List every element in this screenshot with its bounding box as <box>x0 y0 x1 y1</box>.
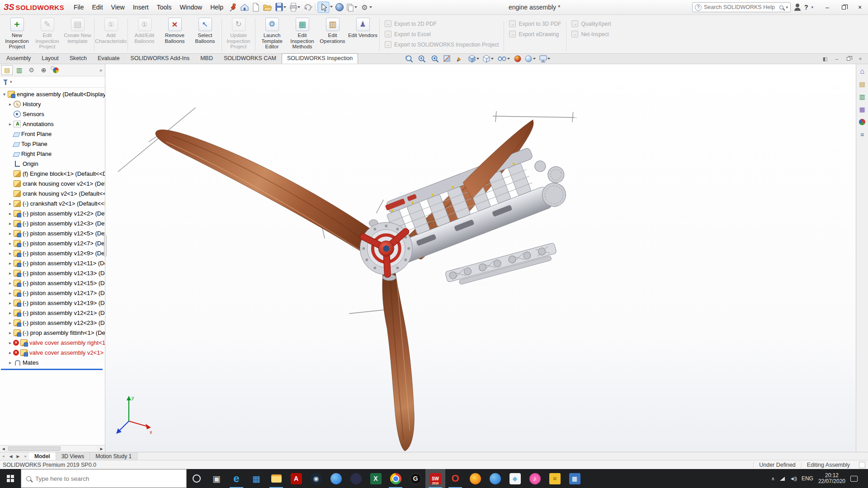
custom-properties-icon[interactable] <box>858 130 867 139</box>
undo-button[interactable] <box>304 5 313 10</box>
tree-item[interactable]: × (-) piston assembly v12<11> (Def <box>0 258 105 268</box>
taskbar-app-icon[interactable] <box>485 469 505 488</box>
pin-icon[interactable] <box>230 4 236 11</box>
expand-arrow-icon[interactable] <box>7 360 13 365</box>
apply-scene-icon[interactable] <box>525 56 536 62</box>
scroll-left-icon[interactable]: ◀ <box>0 446 7 452</box>
taskbar-app-icon[interactable] <box>445 469 465 488</box>
ribbon-button[interactable]: Select Balloons <box>190 16 220 53</box>
taskbar-app-icon[interactable] <box>187 469 207 488</box>
tree-item[interactable]: × (-) piston assembly v12<7> (Defa <box>0 238 105 248</box>
select-cursor-button[interactable] <box>318 2 333 13</box>
previous-view-icon[interactable] <box>432 56 439 62</box>
ribbon-button[interactable]: Update Inspection Project <box>223 16 254 53</box>
tab-configurationmanager[interactable] <box>26 65 37 75</box>
tree-item[interactable]: × (-) piston assembly v12<13> (Def <box>0 268 105 278</box>
taskbar-app-icon[interactable] <box>366 469 386 488</box>
options-gear-button[interactable]: ⚙ <box>361 4 372 11</box>
panel-splitter[interactable] <box>104 235 107 257</box>
view-settings-icon[interactable] <box>540 56 550 62</box>
command-tab[interactable]: SOLIDWORKS CAM <box>218 53 282 64</box>
help-dropdown-icon[interactable]: ▾ <box>811 5 813 9</box>
taskbar-app-icon[interactable] <box>326 469 346 488</box>
tree-item[interactable]: × (-) crankshaft v2<1> (Default<<D <box>0 198 105 208</box>
tree-item[interactable]: × Sensors <box>0 109 105 119</box>
menu-item[interactable]: View <box>107 0 129 14</box>
doc-minimize-button[interactable]: – <box>832 55 842 63</box>
expand-arrow-icon[interactable] <box>7 201 13 206</box>
scroll-track[interactable] <box>7 446 98 452</box>
open-button[interactable] <box>264 5 272 10</box>
menu-item[interactable]: Window <box>175 0 206 14</box>
tree-item[interactable]: × Top Plane <box>0 139 105 149</box>
scroll-right-icon[interactable]: ▶ <box>98 446 105 452</box>
taskbar-clock[interactable]: 20:12 22/07/2020 <box>818 473 845 485</box>
ribbon-button[interactable]: Remove Balloons <box>160 16 190 53</box>
tab-dimxpertmanager[interactable] <box>38 65 49 75</box>
expand-arrow-icon[interactable] <box>7 231 13 236</box>
help-icon[interactable]: ? <box>804 4 808 11</box>
start-button[interactable] <box>0 469 21 488</box>
menu-item[interactable]: Tools <box>153 0 176 14</box>
export-button[interactable]: Export to 3D PDF <box>509 20 561 27</box>
design-library-icon[interactable] <box>858 79 867 89</box>
section-view-icon[interactable] <box>444 56 450 61</box>
close-button[interactable]: × <box>852 0 868 14</box>
edit-appearance-icon[interactable] <box>514 56 521 62</box>
taskbar-app-icon[interactable] <box>565 469 585 488</box>
tree-item[interactable]: × crank housing cover v2<1> (Defa <box>0 178 105 188</box>
taskbar-app-icon[interactable] <box>505 469 525 488</box>
command-tab[interactable]: MBD <box>195 53 218 64</box>
panel-grip-handle[interactable] <box>51 66 54 70</box>
tree-item[interactable]: × (-) piston assembly v12<19> (Def <box>0 298 105 308</box>
ribbon-button[interactable]: Edit Operations <box>317 16 348 53</box>
render-sphere-icon[interactable] <box>336 4 344 11</box>
ribbon-button[interactable]: Edit Vendors <box>348 16 378 53</box>
menu-item[interactable]: Insert <box>129 0 153 14</box>
zoom-to-fit-icon[interactable] <box>406 56 413 62</box>
command-tab[interactable]: Layout <box>36 53 64 64</box>
restore-button[interactable] <box>835 0 852 14</box>
command-tab[interactable]: Assembly <box>1 53 36 64</box>
ribbon-button[interactable]: Create New template <box>62 16 93 53</box>
print-button[interactable] <box>290 3 300 11</box>
command-tab[interactable]: Evaluate <box>92 53 125 64</box>
expand-arrow-icon[interactable] <box>7 300 13 305</box>
hide-show-items-icon[interactable] <box>498 57 510 61</box>
taskbar-search-box[interactable] <box>21 469 187 488</box>
expand-arrow-icon[interactable] <box>7 281 13 286</box>
search-dropdown-icon[interactable]: ▾ <box>786 5 788 9</box>
tree-item[interactable]: × (-) piston assembly v12<9> (Defa <box>0 248 105 258</box>
expand-arrow-icon[interactable] <box>7 221 13 226</box>
expand-arrow-icon[interactable] <box>7 350 13 355</box>
model-tab[interactable]: Model <box>29 452 56 460</box>
graphics-viewport[interactable]: y x <box>105 64 856 452</box>
taskbar-app-icon[interactable] <box>545 469 565 488</box>
tab-scroll-first-icon[interactable]: « <box>0 452 7 460</box>
help-search-input[interactable] <box>704 4 777 10</box>
taskbar-app-icon[interactable] <box>246 469 266 488</box>
save-button[interactable] <box>276 3 286 11</box>
model-tab[interactable]: 3D Views <box>56 452 90 460</box>
expand-arrow-icon[interactable] <box>7 211 13 216</box>
taskbar-app-icon[interactable] <box>406 469 425 488</box>
home-button[interactable] <box>241 4 248 10</box>
tree-item[interactable]: × Origin <box>0 159 105 169</box>
doc-close-button[interactable]: × <box>855 55 865 63</box>
display-style-icon[interactable] <box>483 55 494 62</box>
tab-propertymanager[interactable] <box>14 65 25 75</box>
expand-arrow-icon[interactable] <box>1 92 7 97</box>
tab-scroll-left-icon[interactable]: ◀ <box>7 452 14 460</box>
taskbar-app-icon[interactable] <box>346 469 366 488</box>
network-icon[interactable] <box>780 477 785 481</box>
menu-item[interactable]: Edit <box>88 0 107 14</box>
ribbon-button[interactable]: Edit Inspection Methods <box>287 16 317 53</box>
sketch-pencil-icon[interactable] <box>457 57 461 61</box>
propeller-blade-upper-left[interactable] <box>156 130 379 258</box>
appearances-scenes-icon[interactable] <box>858 117 867 127</box>
export-button[interactable]: Export to SOLIDWORKS Inspection Project <box>385 41 499 48</box>
expand-arrow-icon[interactable] <box>7 261 13 266</box>
tree-filter-bar[interactable]: ▾ <box>0 76 105 88</box>
help-search-box[interactable]: ? ▾ <box>692 2 791 12</box>
valve-gear-lattice[interactable] <box>445 243 558 287</box>
